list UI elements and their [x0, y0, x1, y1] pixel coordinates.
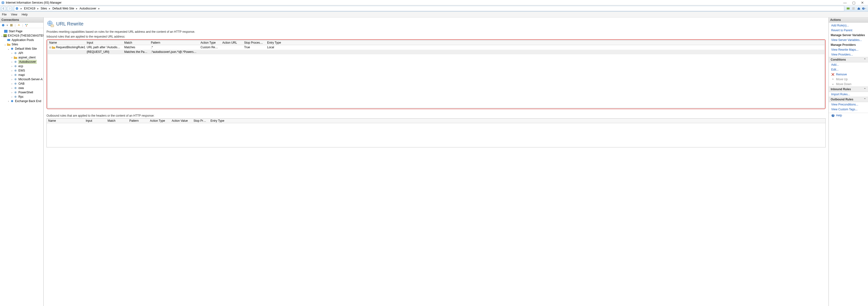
- menu-file[interactable]: File: [2, 13, 6, 16]
- minimize-button[interactable]: —: [842, 1, 848, 5]
- action-add[interactable]: Add...: [829, 62, 868, 67]
- connect-icon[interactable]: [1, 23, 5, 27]
- col-match[interactable]: Match: [106, 118, 128, 123]
- action-remove[interactable]: Remove: [829, 72, 868, 77]
- col-match[interactable]: Match: [123, 40, 149, 45]
- nodes-icon[interactable]: [25, 23, 28, 27]
- breadcrumb-dws[interactable]: Default Web Site: [52, 7, 74, 10]
- action-view-rewrite-maps[interactable]: View Rewrite Maps...: [829, 47, 868, 52]
- action-import-rules[interactable]: Import Rules...: [829, 92, 868, 97]
- col-name[interactable]: Name: [47, 118, 84, 123]
- tree-item-ews[interactable]: ›EWS: [0, 68, 43, 73]
- tree-item-aspnet[interactable]: ›aspnet_client: [0, 55, 43, 60]
- tree-expander[interactable]: ⌄: [4, 43, 6, 46]
- row-expander[interactable]: ⊟: [49, 46, 51, 49]
- save-icon[interactable]: [9, 23, 13, 27]
- col-pattern[interactable]: Pattern: [128, 118, 149, 123]
- breadcrumb-sites[interactable]: Sites: [41, 7, 47, 10]
- tree-item-owa[interactable]: ›owa: [0, 86, 43, 90]
- cell-atype: [199, 50, 221, 54]
- inbound-grid[interactable]: Name Input Match Pattern Action Type Act…: [48, 40, 825, 108]
- url-rewrite-icon: [46, 20, 54, 28]
- col-action-value[interactable]: Action Value: [170, 118, 192, 123]
- tree-item-msserver[interactable]: ›Microsoft-Server-A: [0, 77, 43, 81]
- col-input[interactable]: Input: [84, 118, 106, 123]
- up-icon[interactable]: [17, 23, 21, 27]
- tree-item-api[interactable]: ›API: [0, 51, 43, 55]
- close-button[interactable]: ✕: [860, 1, 865, 5]
- tree-expander[interactable]: ›: [11, 52, 13, 55]
- connections-tree[interactable]: Start Page ⌄ EXCH19 (THESECMASTER\Ad App…: [0, 28, 43, 306]
- tree-expander[interactable]: ›: [11, 56, 13, 59]
- col-stop[interactable]: Stop Proce...: [192, 118, 209, 123]
- menu-view[interactable]: View: [11, 13, 17, 16]
- connections-header: Connections: [0, 18, 43, 23]
- tree-server[interactable]: ⌄ EXCH19 (THESECMASTER\Ad: [0, 33, 43, 38]
- tree-expander[interactable]: ⌄: [1, 34, 3, 37]
- tree-app-pools[interactable]: Application Pools: [0, 38, 43, 42]
- tree-expander[interactable]: ›: [11, 82, 13, 85]
- col-entry-type[interactable]: Entry Type: [266, 40, 285, 45]
- feature-header: URL Rewrite: [46, 20, 826, 28]
- home-icon[interactable]: [857, 6, 861, 11]
- tree-sites[interactable]: ⌄ Sites: [0, 42, 43, 47]
- breadcrumb-server[interactable]: EXCH19: [24, 7, 35, 10]
- group-inbound-rules[interactable]: Inbound Rules ⌃: [829, 87, 868, 92]
- action-view-preconditions[interactable]: View Preconditions...: [829, 102, 868, 107]
- tree-expander[interactable]: ›: [11, 91, 13, 94]
- maximize-button[interactable]: ▢: [851, 1, 857, 5]
- menu-help[interactable]: Help: [22, 13, 28, 16]
- refresh-all-icon[interactable]: [846, 6, 850, 11]
- outbound-grid[interactable]: Name Input Match Pattern Action Type Act…: [46, 118, 826, 147]
- action-add-rules[interactable]: Add Rule(s)...: [829, 23, 868, 28]
- tree-expander[interactable]: ›: [7, 100, 10, 103]
- action-revert[interactable]: Revert to Parent: [829, 28, 868, 33]
- col-name[interactable]: Name: [48, 40, 85, 45]
- col-action-type[interactable]: Action Type: [199, 40, 221, 45]
- chevron-up-icon[interactable]: ⌃: [864, 58, 866, 61]
- tree-item-autodiscover[interactable]: ›Autodiscover: [0, 60, 43, 64]
- col-entry-type[interactable]: Entry Type: [209, 118, 231, 123]
- tree-exchange-back-end[interactable]: ›Exchange Back End: [0, 99, 43, 103]
- tree-item-oab[interactable]: ›OAB: [0, 81, 43, 86]
- tree-start-page[interactable]: Start Page: [0, 29, 43, 33]
- col-input[interactable]: Input: [85, 40, 123, 45]
- tree-default-web-site[interactable]: ⌄ Default Web Site: [0, 47, 43, 51]
- tree-expander[interactable]: ›: [11, 65, 13, 68]
- col-action-type[interactable]: Action Type: [149, 118, 170, 123]
- forward-button[interactable]: [7, 6, 12, 11]
- help-dropdown-icon[interactable]: ?: [862, 6, 867, 11]
- navigation-bar: ▸ EXCH19 ▸ Sites ▸ Default Web Site ▸ Au…: [0, 5, 868, 11]
- breadcrumb[interactable]: ▸ EXCH19 ▸ Sites ▸ Default Web Site ▸ Au…: [14, 6, 844, 11]
- tree-expander[interactable]: ›: [11, 87, 13, 89]
- col-pattern[interactable]: Pattern: [149, 40, 199, 45]
- col-stop[interactable]: Stop Processing: [243, 40, 266, 45]
- group-outbound-rules[interactable]: Outbound Rules ⌃: [829, 97, 868, 102]
- back-button[interactable]: [1, 6, 6, 11]
- breadcrumb-autodiscover[interactable]: Autodiscover: [80, 7, 96, 10]
- inbound-rule-row[interactable]: ⊟ RequestBlockingRule1 URL path after '/…: [48, 45, 825, 50]
- group-conditions[interactable]: Conditions ⌃: [829, 57, 868, 62]
- tree-expander[interactable]: ⌄: [7, 48, 10, 50]
- tree-item-powershell[interactable]: ›PowerShell: [0, 90, 43, 94]
- chevron-up-icon[interactable]: ⌃: [864, 98, 866, 101]
- tree-expander[interactable]: ›: [11, 61, 13, 63]
- tree-expander[interactable]: ›: [11, 95, 13, 98]
- tree-item-ecp[interactable]: ›ecp: [0, 64, 43, 68]
- action-help[interactable]: ? Help: [829, 113, 868, 118]
- tree-expander[interactable]: ›: [11, 69, 13, 72]
- tree-expander[interactable]: ›: [11, 78, 13, 81]
- tree-item-mapi[interactable]: ›mapi: [0, 73, 43, 77]
- chevron-up-icon[interactable]: ⌃: [864, 87, 866, 91]
- rule-icon: [52, 46, 55, 49]
- tree-item-rpc[interactable]: ›Rpc: [0, 94, 43, 99]
- action-view-server-variables[interactable]: View Server Variables...: [829, 37, 868, 43]
- inbound-condition-row[interactable]: {REQUEST_URI} Matches the Pattern .*auto…: [48, 50, 825, 54]
- action-edit[interactable]: Edit...: [829, 67, 868, 72]
- stop-icon[interactable]: [851, 6, 856, 11]
- tree-expander[interactable]: ›: [11, 74, 13, 76]
- action-view-custom-tags[interactable]: View Custom Tags...: [829, 107, 868, 112]
- svg-point-21: [14, 78, 17, 81]
- action-view-providers[interactable]: View Providers...: [829, 52, 868, 57]
- col-action-url[interactable]: Action URL: [221, 40, 243, 45]
